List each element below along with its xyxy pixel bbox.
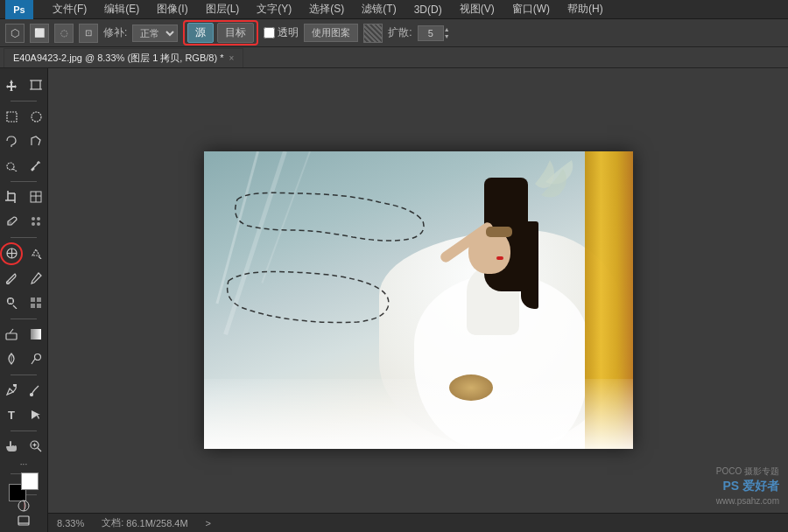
expand-arrows[interactable]: ▲ ▼ [444,26,450,40]
move-tool-group [0,74,47,96]
svg-marker-0 [6,80,17,91]
more-tools-btn[interactable]: ··· [12,459,35,469]
svg-rect-40 [37,304,41,308]
photo-background[interactable] [204,151,633,449]
menu-window[interactable]: 窗口(W) [509,0,553,18]
hand-tool[interactable] [0,435,23,458]
pen-tool[interactable] [0,379,23,402]
svg-line-36 [13,305,17,309]
svg-rect-42 [31,329,41,340]
quick-select-tool[interactable] [0,154,23,177]
menu-file[interactable]: 文件(F) [49,0,90,18]
eraser-group [0,323,47,346]
polygon-lasso-tool[interactable] [25,130,47,152]
menu-filter[interactable]: 滤镜(T) [358,0,399,18]
left-toolbar: T [0,68,48,532]
artboard-tool[interactable] [25,74,47,96]
menu-image[interactable]: 图像(I) [153,0,191,18]
svg-marker-13 [32,168,34,171]
move-tool[interactable] [0,74,23,96]
menu-bar: Ps 文件(F) 编辑(E) 图像(I) 图层(L) 文字(Y) 选择(S) 滤… [0,0,788,19]
pen-group [0,379,47,402]
expand-value-input[interactable] [418,25,444,41]
menu-view[interactable]: 视图(V) [456,0,498,18]
use-pattern-button[interactable]: 使用图案 [304,24,358,42]
pattern-stamp-tool[interactable] [25,291,47,314]
color-swatches [9,484,39,490]
slice-tool[interactable] [25,186,47,208]
transparent-checkbox[interactable] [264,27,275,38]
svg-line-44 [32,359,35,364]
eyedropper-tool[interactable] [0,210,23,233]
pattern-swatch[interactable] [363,24,383,43]
ellipse-select-tool[interactable] [25,105,47,128]
dodge-tool[interactable] [25,347,47,370]
clone-stamp-tool[interactable] [0,291,23,314]
svg-rect-38 [37,298,41,302]
source-button[interactable]: 源 [187,23,214,43]
floor [204,379,633,449]
menu-layer[interactable]: 图层(L) [202,0,243,18]
eraser-tool[interactable] [0,323,23,346]
magic-wand-group [0,154,47,177]
options-tool-icon-3[interactable]: ◌ [54,24,74,43]
quick-mask-btn[interactable] [12,499,35,513]
doc-size-label: 文档: [102,516,123,529]
zoom-value: 8.33% [57,518,84,528]
menu-3d[interactable]: 3D(D) [411,2,446,18]
options-tool-icon-4[interactable]: ⊡ [79,24,98,43]
content-aware-move-tool[interactable] [25,242,47,265]
gradient-tool[interactable] [25,323,47,346]
clone-group [0,291,47,314]
background-color[interactable] [21,472,39,490]
zoom-tool[interactable] [25,435,47,458]
tab-filename: E40A9423-2.jpg @ 8.33% (图层 1 拷贝, RGB/8) … [13,52,223,65]
svg-rect-39 [31,304,35,308]
expand-label: 扩散: [388,25,412,40]
svg-point-43 [35,354,41,360]
menu-text[interactable]: 文字(Y) [253,0,295,18]
watermark-url: www.psahz.com [716,495,779,508]
color-sampler-tool[interactable] [25,210,47,233]
path-select-tool[interactable] [25,403,47,426]
menu-edit[interactable]: 编辑(E) [101,0,143,18]
arrow-icon: > [206,518,211,528]
rect-select-tool[interactable] [0,105,23,128]
mode-select[interactable]: 正常 [132,24,178,42]
menu-help[interactable]: 帮助(H) [564,0,607,18]
lasso-tool[interactable] [0,130,23,152]
patch-tool[interactable] [0,242,23,265]
screen-mode-btn[interactable] [12,514,35,527]
svg-point-25 [37,222,40,226]
brush-group [0,267,47,290]
svg-rect-1 [32,80,40,89]
menu-select[interactable]: 选择(S) [306,0,348,18]
options-tool-icon-1[interactable]: ⬡ [5,24,25,43]
doc-size-status: 文档: 86.1M/258.4M [102,516,187,529]
tab-close-button[interactable]: × [229,53,234,63]
target-button[interactable]: 目标 [217,23,254,43]
svg-point-30 [7,281,10,284]
brush-tool[interactable] [0,267,23,290]
status-arrow[interactable]: > [206,518,211,528]
source-target-group: 源 目标 [183,20,258,46]
canvas-area: POCO 摄影专题 PS 爱好者 www.psahz.com 8.33% 文档:… [48,68,788,532]
selection-tool-group [0,105,47,128]
text-tool[interactable]: T [0,403,23,426]
crop-tool[interactable] [0,186,23,208]
hair-accessory [486,227,512,237]
watermark-line1: POCO 摄影专题 [716,466,779,478]
expand-stepper: ▲ ▼ [418,25,450,41]
svg-line-29 [39,256,41,259]
options-tool-icon-2[interactable]: ⬜ [30,24,49,43]
freeform-pen-tool[interactable] [25,379,47,402]
svg-line-48 [38,448,41,452]
watermark-ps-text: PS 爱好者 [722,479,779,493]
magic-wand-tool[interactable] [25,154,47,177]
blur-tool[interactable] [0,347,23,370]
svg-point-22 [32,217,35,220]
ps-logo: Ps [5,0,33,19]
document-tab[interactable]: E40A9423-2.jpg @ 8.33% (图层 1 拷贝, RGB/8) … [4,48,243,67]
pencil-tool[interactable] [25,267,47,290]
svg-rect-6 [7,112,17,122]
